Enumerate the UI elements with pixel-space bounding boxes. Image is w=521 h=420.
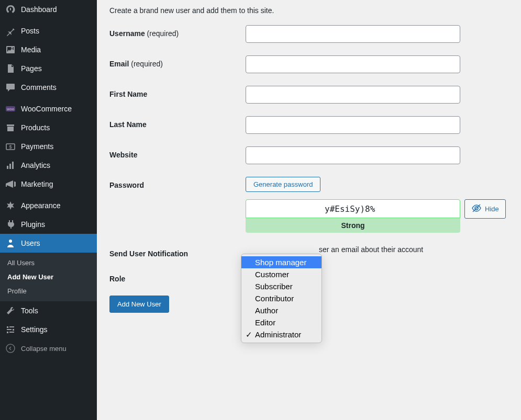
password-input[interactable]: y#EsiSy)8% xyxy=(246,199,460,218)
submenu-item-add-new-user[interactable]: Add New User xyxy=(0,270,97,284)
svg-rect-5 xyxy=(9,164,11,169)
role-option-customer[interactable]: Customer xyxy=(241,268,322,280)
sidebar-item-woocommerce[interactable]: woo WooCommerce xyxy=(0,99,97,118)
username-label: Username (required) xyxy=(109,25,246,38)
role-option-editor[interactable]: Editor xyxy=(241,316,322,328)
lastname-label: Last Name xyxy=(109,116,246,129)
notification-description: ser an email about their account xyxy=(319,245,423,254)
svg-rect-12 xyxy=(7,332,8,333)
role-option-shop-manager[interactable]: Shop manager xyxy=(241,256,322,268)
firstname-label: First Name xyxy=(109,86,246,98)
svg-text:$: $ xyxy=(9,144,12,150)
firstname-input[interactable] xyxy=(246,86,460,104)
role-option-author[interactable]: Author xyxy=(241,304,322,316)
sidebar-item-label: Users xyxy=(21,239,40,247)
hide-password-button[interactable]: Hide xyxy=(464,199,506,219)
sidebar-item-label: Plugins xyxy=(21,220,45,229)
collapse-icon xyxy=(5,343,16,354)
sidebar-item-analytics[interactable]: Analytics xyxy=(0,156,97,175)
sidebar-item-media[interactable]: Media xyxy=(0,40,97,59)
admin-sidebar: Dashboard Posts Media Pages Comments woo… xyxy=(0,0,97,420)
sidebar-item-products[interactable]: Products xyxy=(0,118,97,137)
appearance-icon xyxy=(5,200,16,211)
analytics-icon xyxy=(5,160,16,171)
add-new-user-submit-button[interactable]: Add New User xyxy=(109,296,169,313)
eye-slash-icon xyxy=(471,203,482,215)
submenu-item-all-users[interactable]: All Users xyxy=(0,256,97,270)
sidebar-item-label: Media xyxy=(21,46,41,54)
woocommerce-icon: woo xyxy=(5,104,16,114)
tools-icon xyxy=(5,305,16,316)
sidebar-item-label: Marketing xyxy=(21,180,53,188)
svg-rect-11 xyxy=(7,329,12,330)
password-label: Password xyxy=(109,177,246,189)
sidebar-item-label: Tools xyxy=(21,307,38,315)
sidebar-item-users[interactable]: Users xyxy=(0,234,97,253)
media-icon xyxy=(5,44,16,55)
sidebar-item-dashboard[interactable]: Dashboard xyxy=(0,0,97,19)
lastname-input[interactable] xyxy=(246,116,460,134)
sidebar-item-label: Products xyxy=(21,123,50,132)
sidebar-item-label: Analytics xyxy=(21,161,50,169)
sidebar-item-label: Pages xyxy=(21,64,42,73)
role-option-subscriber[interactable]: Subscriber xyxy=(241,280,322,292)
page-intro: Create a brand new user and add them to … xyxy=(109,6,508,15)
sidebar-item-label: Posts xyxy=(21,27,39,35)
role-option-administrator[interactable]: Administrator xyxy=(241,328,322,340)
svg-point-7 xyxy=(9,240,12,243)
website-input[interactable] xyxy=(246,146,460,164)
payments-icon: $ xyxy=(5,141,16,152)
sidebar-item-plugins[interactable]: Plugins xyxy=(0,215,97,234)
sidebar-item-appearance[interactable]: Appearance xyxy=(0,196,97,215)
users-submenu: All Users Add New User Profile xyxy=(0,253,97,301)
pages-icon xyxy=(5,63,16,74)
sidebar-item-label: Comments xyxy=(21,83,57,92)
sidebar-item-posts[interactable]: Posts xyxy=(0,21,97,40)
sidebar-item-label: Appearance xyxy=(21,201,61,210)
sidebar-item-settings[interactable]: Settings xyxy=(0,320,97,339)
svg-rect-8 xyxy=(7,326,8,328)
sidebar-item-payments[interactable]: $ Payments xyxy=(0,137,97,156)
marketing-icon xyxy=(5,179,16,189)
website-label: Website xyxy=(109,146,246,159)
svg-rect-6 xyxy=(12,162,14,169)
submenu-item-profile[interactable]: Profile xyxy=(0,284,97,298)
collapse-label: Collapse menu xyxy=(21,345,66,353)
sidebar-item-comments[interactable]: Comments xyxy=(0,78,97,97)
email-label: Email (required) xyxy=(109,55,246,68)
comments-icon xyxy=(5,82,16,93)
dashboard-icon xyxy=(5,4,16,15)
sidebar-item-label: Settings xyxy=(21,325,48,334)
plugins-icon xyxy=(5,219,16,230)
role-dropdown[interactable]: Shop manager Customer Subscriber Contrib… xyxy=(241,254,322,343)
sidebar-item-label: WooCommerce xyxy=(21,105,72,113)
sidebar-item-pages[interactable]: Pages xyxy=(0,59,97,78)
collapse-menu-button[interactable]: Collapse menu xyxy=(0,339,97,358)
password-strength-indicator: Strong xyxy=(246,218,460,233)
sidebar-item-label: Payments xyxy=(21,142,53,151)
svg-rect-10 xyxy=(13,329,14,331)
email-input[interactable] xyxy=(246,55,460,73)
sidebar-item-label: Dashboard xyxy=(21,5,57,14)
sidebar-item-tools[interactable]: Tools xyxy=(0,301,97,320)
notification-label: Send User Notification xyxy=(109,245,246,258)
main-content: Create a brand new user and add them to … xyxy=(97,0,521,420)
settings-icon xyxy=(5,324,16,335)
svg-point-14 xyxy=(6,344,15,353)
generate-password-button[interactable]: Generate password xyxy=(246,177,320,192)
svg-rect-9 xyxy=(9,326,14,327)
pin-icon xyxy=(5,26,16,36)
username-input[interactable] xyxy=(246,25,460,43)
role-option-contributor[interactable]: Contributor xyxy=(241,292,322,304)
role-label: Role xyxy=(109,270,246,283)
products-icon xyxy=(5,122,16,133)
sidebar-item-marketing[interactable]: Marketing xyxy=(0,175,97,194)
svg-rect-4 xyxy=(7,166,8,169)
svg-text:woo: woo xyxy=(6,107,14,111)
svg-rect-13 xyxy=(9,332,14,333)
users-icon xyxy=(5,238,16,248)
